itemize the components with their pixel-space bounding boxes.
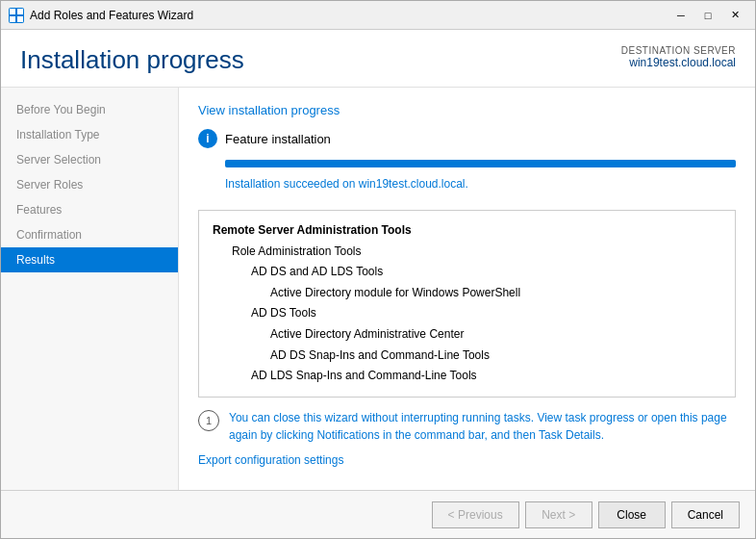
notice-block: 1 You can close this wizard without inte… xyxy=(198,409,736,444)
result-item: AD LDS Snap-Ins and Command-Line Tools xyxy=(213,366,721,387)
svg-rect-2 xyxy=(10,16,15,22)
export-link[interactable]: Export configuration settings xyxy=(198,453,736,467)
next-button[interactable]: Next > xyxy=(525,501,592,528)
result-item: Role Administration Tools xyxy=(213,242,721,263)
success-prefix: Installation succeeded on xyxy=(225,177,359,191)
destination-name: win19test.cloud.local xyxy=(621,56,736,69)
destination-server: DESTINATION SERVER win19test.cloud.local xyxy=(621,45,736,69)
result-item: Remote Server Administration Tools xyxy=(213,220,721,242)
app-icon xyxy=(9,8,24,23)
result-item: AD DS Tools xyxy=(213,303,721,324)
sidebar-item-features[interactable]: Features xyxy=(1,197,178,222)
notice-number: 1 xyxy=(198,410,219,431)
page-title: Installation progress xyxy=(20,45,244,75)
close-window-button[interactable]: ✕ xyxy=(722,6,747,25)
results-box: Remote Server Administration ToolsRole A… xyxy=(198,210,736,398)
window-controls: ─ □ ✕ xyxy=(668,6,747,25)
content-area: Before You BeginInstallation TypeServer … xyxy=(1,88,755,490)
result-item: AD DS and AD LDS Tools xyxy=(213,262,721,283)
close-button[interactable]: Close xyxy=(598,501,666,528)
sidebar-item-installation-type[interactable]: Installation Type xyxy=(1,122,178,147)
window: Add Roles and Features Wizard ─ □ ✕ Inst… xyxy=(0,0,756,539)
success-server: win19test.cloud.local xyxy=(359,177,466,191)
previous-button[interactable]: < Previous xyxy=(432,501,519,528)
progress-bar-container xyxy=(225,160,736,167)
cancel-button[interactable]: Cancel xyxy=(671,501,740,528)
info-icon: i xyxy=(198,129,217,148)
result-item: Active Directory Administrative Center xyxy=(213,324,721,346)
minimize-button[interactable]: ─ xyxy=(668,6,693,25)
success-text: Installation succeeded on win19test.clou… xyxy=(225,177,736,191)
main-header: Installation progress DESTINATION SERVER… xyxy=(1,30,755,88)
feature-label: Feature installation xyxy=(225,132,331,146)
sidebar-item-server-selection[interactable]: Server Selection xyxy=(1,147,178,172)
svg-rect-1 xyxy=(17,9,23,14)
window-title: Add Roles and Features Wizard xyxy=(30,9,668,22)
notice-text: You can close this wizard without interr… xyxy=(229,409,736,444)
maximize-button[interactable]: □ xyxy=(695,6,720,25)
svg-rect-0 xyxy=(10,9,15,14)
sidebar-item-before-you-begin[interactable]: Before You Begin xyxy=(1,97,178,122)
sidebar-item-server-roles[interactable]: Server Roles xyxy=(1,172,178,197)
result-item: Active Directory module for Windows Powe… xyxy=(213,283,721,304)
sidebar-item-confirmation[interactable]: Confirmation xyxy=(1,222,178,247)
title-bar: Add Roles and Features Wizard ─ □ ✕ xyxy=(1,1,755,30)
result-item: AD DS Snap-Ins and Command-Line Tools xyxy=(213,346,721,367)
destination-label: DESTINATION SERVER xyxy=(621,45,736,56)
progress-bar-fill xyxy=(225,160,736,167)
notice-link: Notifications xyxy=(316,428,379,442)
svg-rect-3 xyxy=(17,16,23,22)
footer: < Previous Next > Close Cancel xyxy=(1,490,755,538)
sidebar-item-results: Results xyxy=(1,247,178,272)
notice-text-part2: in the command bar, and then Task Detail… xyxy=(380,428,604,442)
main-content: View installation progress i Feature ins… xyxy=(179,88,755,490)
success-suffix: . xyxy=(466,177,468,191)
progress-block: i Feature installation Installation succ… xyxy=(198,129,736,200)
section-title: View installation progress xyxy=(198,103,736,117)
sidebar: Before You BeginInstallation TypeServer … xyxy=(1,88,179,490)
feature-row: i Feature installation xyxy=(198,129,736,148)
